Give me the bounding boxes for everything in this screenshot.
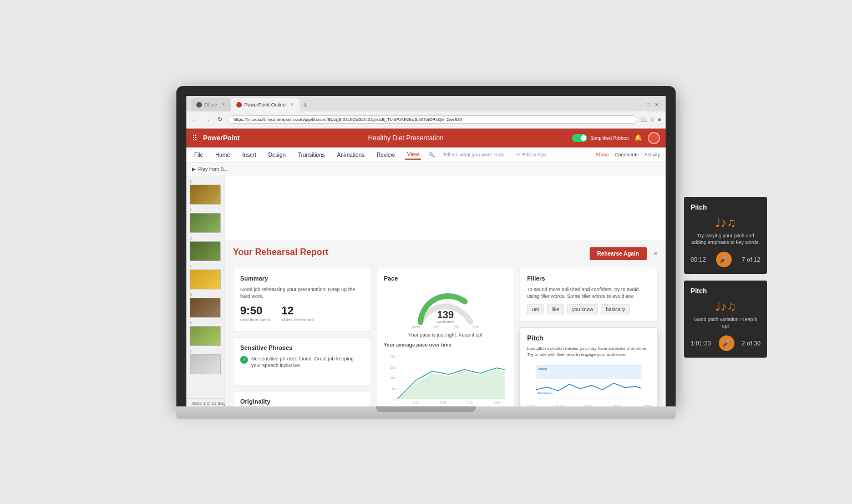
mic-button-1[interactable]: 🎤 (716, 252, 732, 267)
ribbon-tab-insert[interactable]: Insert (240, 151, 258, 159)
slide-thumb-3[interactable]: 3 (190, 236, 221, 261)
slide-thumb-7[interactable]: 7 (190, 349, 221, 374)
side-panel-1: Pitch ♩♪♫ Try varying your pitch and add… (684, 197, 767, 274)
reader-icon[interactable]: 📖 (641, 116, 647, 123)
browser-tab-ppt[interactable]: PowerPoint Online ✕ (231, 98, 300, 111)
tell-me-input[interactable]: Tell me what you want to do (443, 152, 504, 157)
gauge-svg: 139 words/min (412, 286, 479, 325)
report-title: Your Rehearsal Report (233, 247, 328, 257)
slide-thumb-2[interactable]: 2 (190, 208, 221, 233)
report-overlay: Your Rehearsal Report Rehearse Again × S… (225, 240, 666, 406)
bookmark-icon[interactable]: ☆ (650, 116, 655, 123)
browser-maximize[interactable]: □ (647, 102, 650, 108)
slide-thumb-5[interactable]: 5 (190, 293, 221, 318)
slide-num-2: 2 (190, 208, 221, 212)
slide-num-3: 3 (190, 236, 221, 240)
menu-icon[interactable]: ≡ (658, 116, 661, 123)
slide-thumb-4[interactable]: 4 (190, 264, 221, 289)
fillers-text: To sound more polished and confident, tr… (527, 286, 651, 300)
slides-value: 12 (281, 304, 314, 317)
pace-gauge: 139 words/min slow 100 150 fast (384, 286, 508, 329)
edit-in-app-button[interactable]: ✏ Edit in App (516, 152, 546, 157)
pace-chart-section: Your average pace over time (384, 342, 508, 406)
slide-num-4: 4 (190, 264, 221, 268)
svg-text:4:50: 4:50 (440, 401, 446, 404)
side-panel-2-counter: 2 of 30 (742, 340, 760, 347)
check-icon: ✓ (240, 356, 248, 364)
slide-num-7: 7 (190, 349, 221, 353)
ppt-tab-close[interactable]: ✕ (290, 102, 294, 107)
pitch-x-050: 0:50 (643, 404, 651, 406)
music-notes-icon-2: ♩♪♫ (691, 299, 760, 314)
comments-button[interactable]: Comments (615, 152, 639, 157)
forward-button[interactable]: → (203, 116, 212, 123)
summary-text: Good job rehearsing your presentation! K… (240, 286, 364, 300)
office-tab-label: Office (204, 102, 217, 108)
screen: Office ✕ PowerPoint Online ✕ + — □ ✕ (186, 96, 666, 406)
pitch-chart-svg: Target Monotone (527, 362, 651, 401)
slide-num-6: 6 (190, 321, 221, 325)
office-favicon (196, 102, 202, 108)
browser-tab-office[interactable]: Office ✕ (191, 98, 231, 111)
office-waffle-icon[interactable]: ⠿ (192, 134, 197, 142)
pace-feedback: Your pace is just right. Keep it up! (384, 332, 508, 338)
pitch-popup-text: Low pitch variation means you may have s… (527, 345, 651, 358)
slide-img-2 (190, 213, 221, 233)
play-from-button[interactable]: Play from B... (198, 166, 228, 172)
side-panel-1-title: Pitch (691, 203, 760, 211)
left-column: Summary Good job rehearsing your present… (233, 268, 371, 406)
slide-img-5 (190, 298, 221, 318)
search-icon: 🔍 (429, 152, 435, 157)
address-bar: ← → ↻ https://microsoft-my.sharepoint.co… (186, 111, 666, 128)
activity-button[interactable]: Activity (644, 152, 660, 157)
report-close-button[interactable]: × (653, 249, 658, 258)
pace-chart-svg: 200 150 100 50 0 (384, 350, 508, 405)
ribbon-tab-design[interactable]: Design (266, 151, 288, 159)
side-panel-2-timer: 1:01:33 (691, 340, 711, 347)
ribbon-tab-animations[interactable]: Animations (335, 151, 367, 159)
summary-card: Summary Good job rehearsing your present… (233, 268, 371, 332)
slide-thumb-1[interactable]: 1 (190, 180, 221, 205)
originality-card: Originality ✓ Not reading your slides he… (233, 391, 371, 406)
back-button[interactable]: ← (191, 116, 200, 123)
pace-title: Pace (384, 275, 508, 282)
office-tab-close[interactable]: ✕ (221, 102, 225, 107)
simplified-ribbon-label: Simplified Ribbon (590, 135, 629, 141)
browser-minimize[interactable]: — (638, 102, 643, 108)
svg-text:Monotone: Monotone (538, 391, 553, 395)
new-tab-button[interactable]: + (303, 100, 307, 109)
slow-label: slow (412, 325, 420, 329)
ribbon-tab-view[interactable]: View (405, 150, 422, 160)
ribbon-tab-home[interactable]: Home (213, 151, 232, 159)
fast-label: fast (473, 325, 479, 329)
ribbon-toggle-switch[interactable] (572, 134, 587, 142)
user-avatar[interactable] (648, 132, 660, 144)
url-input[interactable]: https://microsoft-my.sharepoint.com/p/p/… (227, 115, 637, 124)
ribbon-tab-file[interactable]: File (192, 151, 205, 159)
notification-icon[interactable]: 🔔 (635, 134, 642, 141)
svg-text:2:25: 2:25 (413, 401, 419, 404)
refresh-button[interactable]: ↻ (215, 116, 224, 123)
filler-basically: basically (601, 304, 630, 314)
main-area: 1 2 3 4 5 (186, 176, 666, 406)
svg-text:200: 200 (390, 355, 395, 358)
simplified-ribbon-toggle[interactable]: Simplified Ribbon (572, 134, 629, 142)
rehearse-again-button[interactable]: Rehearse Again (590, 247, 647, 260)
sensitive-check-item: ✓ No sensitive phrases found. Great job … (240, 355, 364, 374)
side-panel-1-footer: 00:12 🎤 7 of 12 (691, 252, 760, 267)
side-panel-2-footer: 1:01:33 🎤 2 of 30 (691, 335, 760, 351)
ribbon-tab-review[interactable]: Review (374, 151, 397, 159)
browser-close[interactable]: ✕ (655, 102, 659, 108)
share-button[interactable]: Share (596, 152, 609, 157)
slide-img-6 (190, 326, 221, 346)
svg-text:150: 150 (390, 365, 395, 369)
slide-num-1: 1 (190, 180, 221, 184)
laptop: Office ✕ PowerPoint Online ✕ + — □ ✕ (176, 86, 676, 419)
pace-card: Pace 139 words/min (377, 268, 515, 406)
mic-button-2[interactable]: 🎤 (719, 335, 734, 351)
slide-thumb-6[interactable]: 6 (190, 321, 221, 346)
pitch-x-030: 0:30 (585, 404, 593, 406)
office-bar: ⠿ PowerPoint Healthy Diet Presentation S… (186, 129, 666, 147)
filler-you-know: you know (567, 304, 598, 314)
ribbon-tab-transitions[interactable]: Transitions (296, 151, 327, 159)
